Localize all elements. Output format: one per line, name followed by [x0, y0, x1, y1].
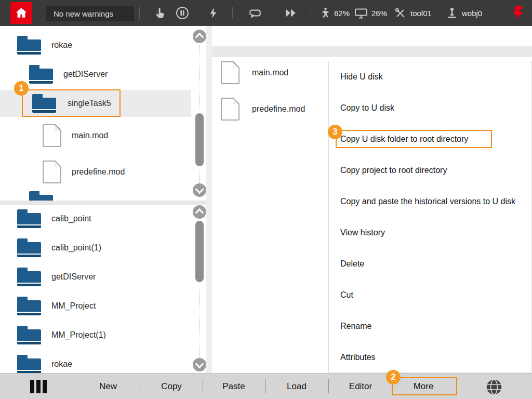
file-icon	[43, 161, 61, 183]
fast-forward-icon[interactable]	[284, 7, 298, 19]
scrollbar-thumb[interactable]	[195, 113, 204, 166]
content-panel: main.mod predefine.mod Hide U disk Copy …	[212, 26, 532, 373]
speed-value: 62%	[334, 9, 350, 18]
columns-icon[interactable]	[30, 380, 47, 393]
tree-item-rokae[interactable]: rokae	[0, 32, 191, 59]
bottom-button-paste[interactable]: Paste	[222, 374, 245, 399]
tree-item-label: main.mod	[72, 131, 108, 140]
bottom-button-editor[interactable]: Editor	[349, 374, 372, 399]
file-row-main-mod[interactable]: main.mod	[212, 60, 326, 86]
list-item-mm-project-1[interactable]: MM_Project(1)	[0, 322, 191, 349]
separator	[232, 7, 233, 19]
list-item-getdiserver[interactable]: getDIServer	[0, 263, 191, 290]
loop-icon[interactable]	[248, 7, 262, 19]
lightning-icon[interactable]	[207, 6, 220, 20]
tree-item-label: predefine.mod	[72, 167, 125, 177]
list-item-label: calib_point	[51, 214, 91, 223]
menu-item-hide-u-disk[interactable]: Hide U disk	[329, 61, 531, 92]
wobj-value: wobj0	[462, 9, 482, 18]
list-item-label: MM_Project	[51, 301, 96, 311]
tree-item-predefine-mod[interactable]: predefine.mod	[0, 158, 191, 185]
list-item-label: calib_point(1)	[51, 243, 101, 252]
top-bar: No new warnings 62%	[0, 0, 532, 26]
tool-value: tool01	[410, 9, 432, 18]
file-label: predefine.mod	[252, 104, 305, 114]
project-list-panel: calib_point calib_point(1) getDIServer M…	[0, 205, 206, 373]
bottom-button-load[interactable]: Load	[287, 374, 307, 399]
folder-icon	[29, 191, 53, 201]
list-item-calib-point-1[interactable]: calib_point(1)	[0, 234, 191, 261]
joystick-icon	[446, 7, 458, 19]
brand-logo	[513, 5, 526, 21]
menu-item-attributes[interactable]: Attributes	[329, 342, 531, 373]
load-value: 26%	[371, 9, 387, 18]
folder-icon	[29, 65, 53, 84]
panel-divider	[0, 201, 206, 205]
file-icon	[43, 124, 61, 147]
menu-item-view-history[interactable]: View history	[329, 217, 531, 248]
folder-icon	[17, 355, 41, 373]
tree-item-label: getDIServer	[63, 70, 108, 79]
hand-icon[interactable]	[154, 6, 167, 20]
menu-item-copy-to-u-disk[interactable]: Copy to U disk	[329, 92, 531, 124]
list-item-label: getDIServer	[51, 272, 96, 282]
scroll-up-button[interactable]	[193, 205, 206, 219]
highlight-box-more-button	[392, 377, 457, 395]
folder-icon	[17, 297, 41, 315]
speed-indicator[interactable]: 62%	[318, 0, 350, 26]
file-row-predefine-mod[interactable]: predefine.mod	[212, 96, 326, 122]
bottom-button-copy[interactable]: Copy	[161, 374, 182, 399]
home-button[interactable]	[10, 2, 32, 24]
scroll-up-button[interactable]	[193, 30, 206, 43]
menu-item-delete[interactable]: Delete	[329, 248, 531, 280]
scrollbar-thumb[interactable]	[195, 221, 204, 282]
list-item-calib-point[interactable]: calib_point	[0, 205, 191, 232]
tree-item-getdiserver[interactable]: getDIServer	[0, 61, 191, 88]
wobj-indicator[interactable]: wobj0	[446, 0, 482, 26]
menu-item-rename[interactable]: Rename	[329, 311, 531, 342]
scroll-down-button[interactable]	[193, 358, 206, 371]
step-badge-1: 1	[14, 81, 29, 96]
folder-icon	[17, 326, 41, 344]
separator	[311, 7, 311, 19]
menu-item-copy-project-to-root[interactable]: Copy project to root directory	[329, 155, 531, 186]
file-icon	[221, 61, 240, 84]
folder-icon	[17, 209, 41, 228]
highlight-box-singletask5	[22, 89, 121, 117]
highlight-box-menu-item	[336, 130, 492, 148]
content-toolbar-strip	[212, 46, 532, 57]
tree-item-partial[interactable]	[0, 187, 191, 201]
monitor-icon	[354, 7, 368, 19]
globe-icon[interactable]	[484, 377, 504, 397]
separator	[274, 7, 274, 19]
tree-item-label: rokae	[51, 41, 72, 50]
file-label: main.mod	[252, 68, 288, 77]
separator	[139, 7, 140, 19]
wrench-icon	[394, 7, 407, 20]
folder-icon	[17, 268, 41, 286]
folder-icon	[17, 238, 41, 257]
list-item-mm-project[interactable]: MM_Project	[0, 292, 191, 320]
context-menu: Hide U disk Copy to U disk Copy U disk f…	[328, 61, 531, 373]
tool-indicator[interactable]: tool01	[394, 0, 432, 26]
bottom-button-new[interactable]: New	[99, 374, 117, 399]
runner-icon	[318, 7, 330, 19]
pause-icon[interactable]	[175, 6, 190, 20]
separator	[203, 379, 203, 393]
list-item-label: MM_Project(1)	[51, 330, 106, 340]
tree-item-main-mod[interactable]: main.mod	[0, 122, 191, 149]
menu-item-copy-historical-versions[interactable]: Copy and paste the historical versions t…	[329, 186, 531, 217]
list-item-rokae[interactable]: rokae	[0, 351, 191, 373]
chevron-up-icon	[195, 208, 204, 217]
chevron-down-icon	[195, 360, 204, 368]
app-window: No new warnings 62%	[0, 0, 532, 399]
scroll-down-button[interactable]	[193, 183, 206, 197]
separator	[328, 379, 329, 393]
load-indicator[interactable]: 26%	[354, 0, 387, 26]
chevron-down-icon	[195, 185, 204, 194]
file-icon	[221, 98, 240, 121]
chevron-up-icon	[195, 33, 204, 42]
list-item-label: rokae	[51, 360, 72, 369]
menu-item-cut[interactable]: Cut	[329, 280, 531, 311]
warning-status[interactable]: No new warnings	[46, 6, 134, 21]
